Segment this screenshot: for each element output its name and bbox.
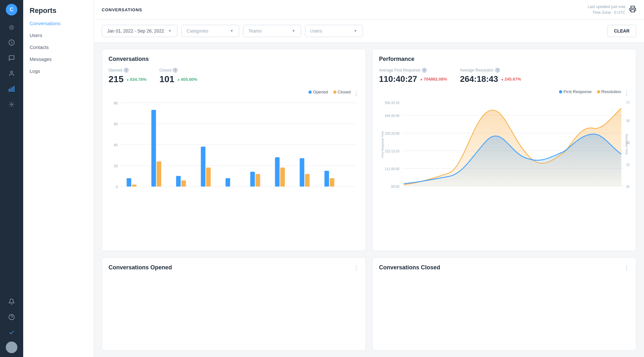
opened-info-icon[interactable]: ? xyxy=(124,68,129,73)
svg-point-1 xyxy=(11,71,13,73)
opened-card-menu-icon[interactable]: ⋮ xyxy=(353,264,359,271)
svg-text:First Response Time: First Response Time xyxy=(381,131,384,158)
users-filter[interactable]: Users ▼ xyxy=(305,25,363,37)
opened-change: 834.78% xyxy=(126,77,147,82)
conversations-card-title: Conversations xyxy=(109,56,359,63)
chat-icon[interactable] xyxy=(5,52,18,64)
svg-rect-36 xyxy=(330,178,334,187)
svg-rect-29 xyxy=(250,172,255,187)
checkmark-icon[interactable] xyxy=(5,326,18,339)
closed-info-icon[interactable]: ? xyxy=(173,68,178,73)
svg-text:20: 20 xyxy=(114,164,118,168)
legend-first-response: First Response xyxy=(559,89,592,94)
svg-rect-3 xyxy=(11,88,12,92)
help-icon[interactable] xyxy=(5,311,18,323)
svg-rect-32 xyxy=(280,168,285,187)
conversations-chart: 0 20 40 60 80 xyxy=(109,100,359,190)
main-content: CONVERSATIONS Last updated just now Time… xyxy=(94,0,644,357)
svg-rect-24 xyxy=(176,176,181,187)
resolution-info-icon[interactable]: ? xyxy=(495,68,500,73)
svg-text:Jun: Jun xyxy=(525,189,530,189)
inbox-icon[interactable] xyxy=(5,36,18,49)
conversations-stats: Opened ? 215 834.78% Closed ? 101 xyxy=(109,68,359,84)
last-updated: Last updated just now Time Zone - 0 UTC xyxy=(588,4,625,15)
svg-text:40: 40 xyxy=(114,143,118,147)
svg-rect-33 xyxy=(300,158,304,187)
svg-text:111:06:40: 111:06:40 xyxy=(385,167,400,171)
nav-item-conversations[interactable]: Conversations xyxy=(23,17,94,29)
sidebar: C ◎ xyxy=(0,0,23,357)
performance-chart: 00:00 111:06:40 222:13:20 333:20:00 444:… xyxy=(379,99,630,189)
svg-rect-22 xyxy=(151,110,156,187)
left-nav: Reports Conversations Users Contacts Mes… xyxy=(23,0,94,357)
perf-chart-legend: First Response Resolution xyxy=(559,89,621,94)
teams-filter[interactable]: Teams ▼ xyxy=(243,25,301,37)
nav-item-logs[interactable]: Logs xyxy=(23,65,94,77)
nav-item-messages[interactable]: Messages xyxy=(23,53,94,65)
resolution-change: 245.67% xyxy=(501,77,521,82)
svg-text:60: 60 xyxy=(114,122,118,126)
chart-legend: Opened Closed xyxy=(308,90,351,94)
resolution-stat: Average Resolution ? 264:18:43 245.67% xyxy=(460,68,521,84)
svg-rect-26 xyxy=(201,147,205,187)
dashboard-icon[interactable]: ◎ xyxy=(5,21,18,34)
svg-rect-30 xyxy=(256,174,260,187)
sidebar-avatar[interactable]: C xyxy=(6,4,17,15)
reports-icon[interactable] xyxy=(5,82,18,95)
header-right: Last updated just now Time Zone - 0 UTC xyxy=(588,4,636,15)
notification-icon[interactable] xyxy=(5,295,18,308)
print-icon[interactable] xyxy=(629,5,636,14)
date-range-filter[interactable]: Jan 01, 2022 - Sep 26, 2022 ▼ xyxy=(102,25,177,37)
conversations-opened-card: Conversations Opened ⋮ xyxy=(102,257,366,351)
svg-text:Mar: Mar xyxy=(452,189,458,189)
nav-item-contacts[interactable]: Contacts xyxy=(23,41,94,53)
svg-point-5 xyxy=(11,104,13,105)
svg-text:Jan: Jan xyxy=(402,189,408,189)
legend-opened: Opened xyxy=(308,90,328,94)
chevron-down-icon: ▼ xyxy=(168,29,172,33)
first-response-info-icon[interactable]: ? xyxy=(422,68,427,73)
svg-rect-28 xyxy=(225,178,230,187)
svg-rect-34 xyxy=(305,174,309,187)
clear-button[interactable]: CLEAR xyxy=(607,25,636,37)
svg-rect-23 xyxy=(156,161,161,187)
user-avatar[interactable] xyxy=(6,342,17,353)
opened-stat: Opened ? 215 834.78% xyxy=(109,68,147,84)
filters-bar: Jan 01, 2022 - Sep 26, 2022 ▼ Categories… xyxy=(94,20,644,43)
svg-text:0: 0 xyxy=(116,185,118,189)
conversations-closed-title: Conversations Closed xyxy=(379,264,440,271)
nav-item-users[interactable]: Users xyxy=(23,29,94,41)
contacts-icon[interactable] xyxy=(5,67,18,80)
conversations-closed-card: Conversations Closed ⋮ xyxy=(372,257,636,351)
performance-card-title: Performance xyxy=(379,56,630,63)
categories-filter[interactable]: Categories ▼ xyxy=(181,25,239,37)
svg-rect-31 xyxy=(275,157,279,187)
closed-stat: Closed ? 101 405.00% xyxy=(159,68,197,84)
reports-nav-title: Reports xyxy=(23,6,94,17)
svg-rect-25 xyxy=(181,180,186,187)
page-title: CONVERSATIONS xyxy=(102,7,142,12)
svg-text:Apr: Apr xyxy=(477,189,482,189)
svg-text:Feb: Feb xyxy=(427,189,433,189)
svg-text:00:00: 00:00 xyxy=(391,185,400,188)
svg-text:80: 80 xyxy=(114,101,118,105)
chart-menu-icon[interactable]: ⋮ xyxy=(353,90,359,97)
svg-text:Jul: Jul xyxy=(550,189,554,189)
closed-card-menu-icon[interactable]: ⋮ xyxy=(624,264,630,271)
content-grid: Conversations Opened ? 215 834.78% Close… xyxy=(94,43,644,357)
perf-chart-menu-icon[interactable]: ⋮ xyxy=(624,90,630,97)
conversations-card: Conversations Opened ? 215 834.78% Close… xyxy=(102,49,366,251)
sidebar-bottom xyxy=(5,295,18,353)
settings-icon[interactable] xyxy=(5,98,18,111)
chevron-down-icon: ▼ xyxy=(292,29,296,33)
svg-rect-9 xyxy=(631,9,635,12)
svg-point-8 xyxy=(10,345,13,347)
performance-card: Performance Average First Response ? 110… xyxy=(372,49,636,251)
svg-rect-27 xyxy=(206,168,211,187)
performance-stats: Average First Response ? 110:40:27 70488… xyxy=(379,68,630,84)
svg-rect-35 xyxy=(325,171,329,187)
first-response-stat: Average First Response ? 110:40:27 70488… xyxy=(379,68,447,84)
svg-text:00:00: 00:00 xyxy=(626,185,630,188)
svg-text:May: May xyxy=(499,189,506,189)
legend-resolution: Resolution xyxy=(597,89,621,94)
